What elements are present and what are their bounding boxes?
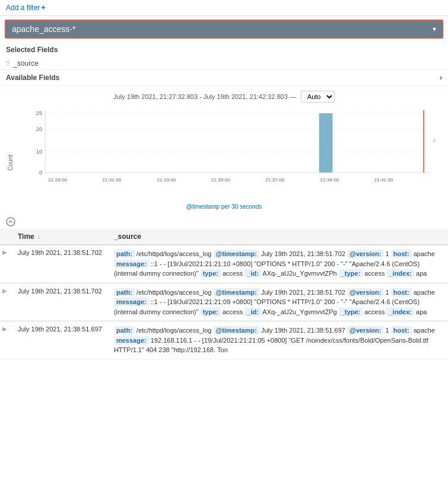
field-tag-id-2: _id:: [244, 308, 261, 316]
top-bar: Add a filter +: [0, 0, 448, 16]
time-cell-1: July 19th 2021, 21:38:51.702: [12, 245, 108, 282]
field-tag-index: _index:: [386, 269, 414, 277]
index-selector-chevron: ▾: [433, 25, 436, 33]
svg-text:20: 20: [36, 126, 42, 132]
time-cell-2: July 19th 2021, 21:38:51.702: [12, 283, 108, 321]
time-sort-icon: ↓: [37, 234, 40, 240]
field-tag-version-2: @version:: [347, 288, 384, 296]
field-source: ? _source: [0, 58, 448, 69]
field-tag-type-2: type:: [201, 308, 221, 316]
table-row: ▶ July 19th 2021, 21:38:51.702 path: /et…: [0, 283, 448, 321]
field-tag-message-2: message:: [114, 298, 149, 306]
table-header-row: Time ↓ _source: [0, 229, 448, 245]
expand-col-header: [0, 229, 12, 245]
field-tag-path: path:: [114, 250, 135, 258]
field-tag-id: _id:: [244, 269, 261, 277]
table-row: ▶ July 19th 2021, 21:38:51.702 path: /et…: [0, 245, 448, 282]
svg-text:10: 10: [36, 149, 42, 155]
svg-rect-16: [319, 113, 333, 173]
svg-text:21:39:00: 21:39:00: [320, 177, 339, 183]
time-col-header[interactable]: Time ↓: [12, 229, 108, 245]
svg-text:21:35:00: 21:35:00: [211, 177, 231, 183]
svg-text:21:29:00: 21:29:00: [48, 177, 68, 183]
available-fields-header[interactable]: Available Fields ›: [0, 69, 448, 85]
time-cell-3: July 19th 2021, 21:38:51.697: [12, 322, 108, 359]
svg-text:21:41:00: 21:41:00: [374, 177, 393, 183]
field-tag-host: host:: [391, 250, 412, 258]
field-type-source: ?: [6, 60, 9, 67]
collapse-chart-button[interactable]: [0, 215, 448, 229]
chart-section: July 19th 2021, 21:27:32.803 - July 19th…: [0, 85, 448, 215]
chart-svg: 25 20 10 0 21:29:00 21:31:00 21:33:00 21…: [24, 107, 442, 190]
svg-text:21:31:00: 21:31:00: [102, 177, 122, 183]
field-tag-timestamp: @timestamp:: [214, 250, 259, 258]
field-tag-index-2: _index:: [386, 308, 414, 316]
source-cell-3: path: /etc/httpd/logs/access_log @timest…: [108, 322, 448, 359]
chart-time-range: July 19th 2021, 21:27:32.803 - July 19th…: [113, 93, 296, 100]
field-tag-host-3: host:: [391, 326, 412, 334]
collapse-icon: [6, 217, 15, 226]
results-table: Time ↓ _source ▶ July 19th 2021, 21:38:5…: [0, 229, 448, 359]
svg-text:›: ›: [433, 135, 436, 145]
field-tag-version-3: @version:: [347, 326, 384, 334]
field-tag-message: message:: [114, 260, 149, 268]
expand-row-1[interactable]: ▶: [0, 245, 12, 282]
source-cell-1: path: /etc/httpd/logs/access_log @timest…: [108, 245, 448, 282]
svg-text:21:33:00: 21:33:00: [157, 177, 176, 183]
table-row: ▶ July 19th 2021, 21:38:51.697 path: /et…: [0, 322, 448, 359]
svg-text:25: 25: [36, 110, 42, 116]
chart-container: Count 25 20 10 0 21:29:00 21:31:00 21:33…: [6, 107, 442, 202]
chart-interval-select[interactable]: Auto: [301, 91, 335, 103]
field-tag-type: type:: [201, 269, 221, 277]
chart-controls: July 19th 2021, 21:27:32.803 - July 19th…: [6, 91, 442, 103]
field-tag-type2-2: _type:: [339, 308, 363, 316]
svg-point-19: [7, 218, 15, 226]
chart-footer: @timestamp per 30 seconds: [6, 203, 442, 210]
index-selector[interactable]: apache_access-* ▾: [5, 20, 443, 39]
available-fields-chevron: ›: [440, 74, 442, 82]
field-tag-timestamp-3: @timestamp:: [214, 326, 259, 334]
chart-y-label: Count: [7, 155, 14, 171]
svg-text:0: 0: [39, 170, 42, 175]
available-fields-label: Available Fields: [6, 74, 59, 82]
source-cell-2: path: /etc/httpd/logs/access_log @timest…: [108, 283, 448, 321]
index-selector-label: apache_access-*: [12, 24, 75, 34]
field-name-source: _source: [13, 59, 39, 68]
field-tag-path-3: path:: [114, 326, 135, 334]
svg-text:21:37:00: 21:37:00: [265, 177, 285, 183]
expand-row-3[interactable]: ▶: [0, 322, 12, 359]
field-tag-message-3: message:: [114, 336, 149, 344]
field-tag-path-2: path:: [114, 288, 135, 296]
add-filter-label: Add a filter: [6, 4, 40, 12]
source-col-header: _source: [108, 229, 448, 245]
field-tag-version: @version:: [347, 250, 384, 258]
ton-label: Ton: [217, 346, 228, 353]
field-tag-host-2: host:: [391, 288, 412, 296]
expand-row-2[interactable]: ▶: [0, 283, 12, 321]
field-tag-timestamp-2: @timestamp:: [214, 288, 259, 296]
plus-icon: +: [41, 4, 45, 12]
add-filter-button[interactable]: Add a filter +: [6, 4, 45, 12]
field-tag-type2: _type:: [339, 269, 363, 277]
selected-fields-header: Selected Fields: [0, 42, 448, 58]
